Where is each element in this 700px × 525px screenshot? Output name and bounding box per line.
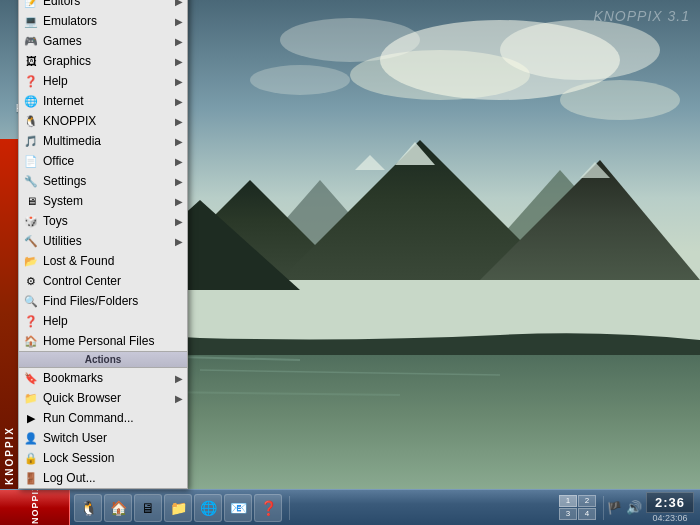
volume-tray-icon[interactable]: 🔊	[626, 500, 642, 515]
office-icon: 📄	[23, 153, 39, 169]
arrow-icon: ▶	[175, 373, 183, 384]
menu-item-bookmarks[interactable]: 🔖 Bookmarks ▶	[19, 368, 187, 388]
menu-item-editors[interactable]: 📝 Editors ▶	[19, 0, 187, 11]
files-launcher[interactable]: 📁	[164, 494, 192, 522]
menu-actions-header: Actions	[19, 351, 187, 368]
controlcenter-icon: ⚙	[23, 273, 39, 289]
graphics-icon: 🖼	[23, 53, 39, 69]
arrow-icon: ▶	[175, 393, 183, 404]
menu-item-controlcenter[interactable]: ⚙ Control Center	[19, 271, 187, 291]
svg-marker-7	[250, 180, 390, 260]
arrow-icon: ▶	[175, 196, 183, 207]
menu-item-editors-label: Editors	[43, 0, 175, 8]
workspace-1[interactable]: 1	[559, 495, 577, 507]
menu-item-locksession[interactable]: 🔒 Lock Session	[19, 448, 187, 468]
menu-item-multimedia[interactable]: 🎵 Multimedia ▶	[19, 131, 187, 151]
email-launcher[interactable]: 📧	[224, 494, 252, 522]
games-icon: 🎮	[23, 33, 39, 49]
menu-item-findfiles-label: Find Files/Folders	[43, 294, 183, 308]
svg-marker-14	[480, 160, 700, 280]
menu-item-knoppix[interactable]: 🐧 KNOPPIX ▶	[19, 111, 187, 131]
menu-item-bookmarks-label: Bookmarks	[43, 371, 175, 385]
workspace-3[interactable]: 3	[559, 508, 577, 520]
multimedia-icon: 🎵	[23, 133, 39, 149]
menu-item-settings[interactable]: 🔧 Settings ▶	[19, 171, 187, 191]
menu-item-help2[interactable]: ❓ Help	[19, 311, 187, 331]
arrow-icon: ▶	[175, 96, 183, 107]
menu-item-office[interactable]: 📄 Office ▶	[19, 151, 187, 171]
menu-item-switchuser[interactable]: 👤 Switch User	[19, 428, 187, 448]
menu-item-utilities[interactable]: 🔨 Utilities ▶	[19, 231, 187, 251]
workspace-2[interactable]: 2	[578, 495, 596, 507]
menu-item-runcommand[interactable]: ▶ Run Command...	[19, 408, 187, 428]
menu-item-graphics[interactable]: 🖼 Graphics ▶	[19, 51, 187, 71]
emulators-icon: 💻	[23, 13, 39, 29]
menu-item-logout[interactable]: 🚪 Log Out...	[19, 468, 187, 488]
knoppix-side-text: KNOPPIX	[4, 426, 15, 485]
menu-item-help[interactable]: ❓ Help ▶	[19, 71, 187, 91]
svg-line-20	[200, 370, 500, 375]
svg-point-3	[350, 50, 530, 100]
menu-item-findfiles[interactable]: 🔍 Find Files/Folders	[19, 291, 187, 311]
taskbar: KNOPPIX 🐧 🏠 🖥 📁 🌐 📧 ❓ 1 2 3 4	[0, 489, 700, 525]
arrow-icon: ▶	[175, 36, 183, 47]
knoppix-menu-icon: 🐧	[23, 113, 39, 129]
utilities-icon: 🔨	[23, 233, 39, 249]
arrow-icon: ▶	[175, 216, 183, 227]
svg-marker-16	[395, 142, 435, 165]
help-icon: ❓	[23, 73, 39, 89]
arrow-icon: ▶	[175, 16, 183, 27]
home-launcher[interactable]: 🏠	[104, 494, 132, 522]
clock-widget[interactable]: 2:36 04:23:06	[646, 492, 694, 523]
menu-item-internet-label: Internet	[43, 94, 175, 108]
menu-item-quickbrowser[interactable]: 📁 Quick Browser ▶	[19, 388, 187, 408]
svg-marker-17	[580, 162, 610, 178]
menu-item-internet[interactable]: 🌐 Internet ▶	[19, 91, 187, 111]
arrow-icon: ▶	[175, 56, 183, 67]
browser-launcher[interactable]: 🌐	[194, 494, 222, 522]
desktop: KNOPPIX 3.1 Floppy Hard Disk [hda1]	[0, 0, 700, 525]
taskbar-separator-2	[603, 496, 604, 520]
menu-item-lostfound-label: Lost & Found	[43, 254, 183, 268]
arrow-icon: ▶	[175, 156, 183, 167]
watermark: KNOPPIX 3.1	[593, 8, 690, 24]
flag-tray-icon[interactable]: 🏴	[607, 501, 622, 515]
internet-icon: 🌐	[23, 93, 39, 109]
arrow-icon: ▶	[175, 0, 183, 7]
terminal-launcher[interactable]: 🖥	[134, 494, 162, 522]
menu-item-quickbrowser-label: Quick Browser	[43, 391, 175, 405]
svg-marker-10	[355, 155, 385, 170]
knoppix-button-label: KNOPPIX	[30, 490, 40, 526]
taskbar-app-launchers: 🐧 🏠 🖥 📁 🌐 📧 ❓	[70, 494, 286, 522]
workspace-4[interactable]: 4	[578, 508, 596, 520]
menu-item-logout-label: Log Out...	[43, 471, 183, 485]
menu-item-settings-label: Settings	[43, 174, 175, 188]
start-menu-button[interactable]: KNOPPIX	[0, 490, 70, 526]
runcommand-icon: ▶	[23, 410, 39, 426]
menu-item-lostfound[interactable]: 📂 Lost & Found	[19, 251, 187, 271]
menu-item-homepersonal[interactable]: 🏠 Home Personal Files	[19, 331, 187, 351]
menu-item-graphics-label: Graphics	[43, 54, 175, 68]
system-tray: 🏴 🔊 2:36 04:23:06	[607, 492, 700, 523]
svg-point-1	[380, 20, 620, 100]
menu-item-locksession-label: Lock Session	[43, 451, 183, 465]
penguin-launcher[interactable]: 🐧	[74, 494, 102, 522]
arrow-icon: ▶	[175, 236, 183, 247]
help2-icon: ❓	[23, 313, 39, 329]
arrow-icon: ▶	[175, 116, 183, 127]
menu-item-switchuser-label: Switch User	[43, 431, 183, 445]
svg-marker-13	[280, 140, 560, 280]
logout-icon: 🚪	[23, 470, 39, 486]
menu-item-controlcenter-label: Control Center	[43, 274, 183, 288]
quickbrowser-icon: 📁	[23, 390, 39, 406]
menu-item-toys[interactable]: 🎲 Toys ▶	[19, 211, 187, 231]
menu-item-multimedia-label: Multimedia	[43, 134, 175, 148]
menu-item-system[interactable]: 🖥 System ▶	[19, 191, 187, 211]
system-icon: 🖥	[23, 193, 39, 209]
menu-item-emulators[interactable]: 💻 Emulators ▶	[19, 11, 187, 31]
help-launcher[interactable]: ❓	[254, 494, 282, 522]
menu-item-help2-label: Help	[43, 314, 183, 328]
menu-item-system-label: System	[43, 194, 175, 208]
menu-item-games[interactable]: 🎮 Games ▶	[19, 31, 187, 51]
clock-time: 2:36	[646, 492, 694, 513]
